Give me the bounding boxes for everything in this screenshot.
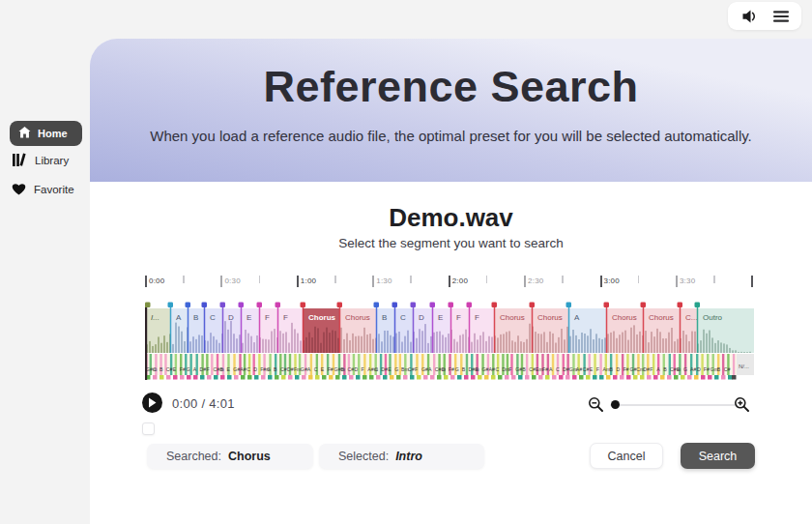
ruler-tick <box>297 276 299 287</box>
waveform-bar <box>726 344 728 353</box>
segment-checkbox[interactable] <box>142 422 155 435</box>
topbar-controls <box>728 2 801 30</box>
waveform-bar <box>735 350 737 353</box>
zoom-in-icon[interactable] <box>734 396 750 413</box>
waveform-bar <box>384 331 386 353</box>
beat-square <box>599 375 604 380</box>
segment-marker[interactable] <box>186 303 191 308</box>
chord-stripe <box>526 354 528 375</box>
beat-square <box>403 375 408 380</box>
segment-marker[interactable] <box>695 303 701 308</box>
zoom-slider-handle[interactable] <box>611 400 620 409</box>
waveform-bar <box>552 334 554 353</box>
segment-marker[interactable] <box>220 303 226 308</box>
waveform-bar <box>192 336 194 353</box>
page-subtitle: When you load a reference audio file, th… <box>90 128 812 144</box>
menu-icon[interactable] <box>772 8 790 25</box>
chord-label: E <box>388 366 392 372</box>
waveform-bar <box>587 335 589 353</box>
sidebar-item-library[interactable]: Library <box>10 152 69 169</box>
beat-square <box>268 375 273 380</box>
segment-marker[interactable] <box>566 303 572 308</box>
searched-value: Chorus <box>228 450 271 463</box>
beat-square <box>518 375 523 380</box>
chord-label: F <box>508 366 511 372</box>
waveform-bar <box>709 331 710 353</box>
segment-marker[interactable] <box>392 303 398 308</box>
waveform-bar <box>392 336 394 353</box>
segment-marker[interactable] <box>604 303 610 308</box>
beat-square <box>349 375 354 380</box>
waveform-bar <box>593 339 594 353</box>
chord-label: C# <box>408 366 415 372</box>
beat-square <box>308 375 313 380</box>
search-button[interactable]: Search <box>681 443 755 469</box>
segment-marker[interactable] <box>492 303 498 308</box>
beat-square <box>471 375 476 380</box>
waveform-bar <box>497 337 499 353</box>
waveform-bar <box>253 342 255 353</box>
segment-marker[interactable] <box>467 303 473 308</box>
waveform-bar <box>520 341 522 353</box>
segment-marker[interactable] <box>301 303 306 308</box>
chord-label: F# <box>623 366 628 372</box>
chord-na-label: N/... <box>739 364 749 369</box>
sidebar-item-favorite[interactable]: Favorite <box>10 181 74 198</box>
selected-value: Intro <box>395 450 422 463</box>
beat-square <box>498 375 503 380</box>
segment-marker[interactable] <box>449 303 454 308</box>
beat-square <box>227 375 232 380</box>
waveform-bar <box>610 333 612 353</box>
segment-marker[interactable] <box>337 303 343 308</box>
segment-marker[interactable] <box>430 303 436 308</box>
segment-marker[interactable] <box>678 303 683 308</box>
waveform-bar <box>387 331 389 353</box>
segment-label: C... <box>685 313 697 322</box>
track-subtitle: Select the segment you want to search <box>90 236 812 250</box>
play-button[interactable] <box>142 393 162 413</box>
beat-square <box>667 375 672 380</box>
segment-marker[interactable] <box>374 303 380 308</box>
segment-marker[interactable] <box>411 303 417 308</box>
sidebar-item-home[interactable]: Home <box>10 121 82 146</box>
segment-marker[interactable] <box>641 303 647 308</box>
beat-square <box>484 375 489 380</box>
beat-square <box>613 375 618 380</box>
volume-icon[interactable] <box>740 8 758 25</box>
waveform-bar <box>398 332 400 353</box>
zoom-out-icon[interactable] <box>588 396 604 413</box>
waveform-bar <box>242 343 244 353</box>
waveform-bar <box>711 337 713 353</box>
segment-marker[interactable] <box>168 303 174 308</box>
segment-marker[interactable] <box>276 303 281 308</box>
waveform-bar <box>645 331 647 353</box>
waveform-bar <box>442 335 444 353</box>
segment-marker[interactable] <box>202 303 208 308</box>
waveform-bar <box>227 330 229 353</box>
waveform-bar <box>500 335 502 353</box>
beat-square <box>261 375 266 380</box>
playhead[interactable] <box>145 307 147 380</box>
segment-marker[interactable] <box>530 303 536 308</box>
waveform-bar <box>720 342 722 353</box>
waveform-bar <box>224 321 226 353</box>
beat-square <box>173 375 178 380</box>
waveform-bar <box>595 334 597 353</box>
segment-marker[interactable] <box>145 303 151 308</box>
ruler-tick <box>372 276 374 287</box>
ruler-tick <box>145 276 147 287</box>
waveform-bar <box>166 342 168 353</box>
waveform-bar <box>622 333 624 353</box>
waveform-bar <box>410 342 412 353</box>
beat-square <box>552 375 557 380</box>
zoom-slider-track[interactable] <box>610 404 738 406</box>
waveform-bar <box>207 341 209 353</box>
waveform-panel[interactable]: I...ABCDEFFChorusChorusBCDEFFChorusChoru… <box>145 301 754 380</box>
beat-square <box>356 375 361 380</box>
cancel-button[interactable]: Cancel <box>590 443 663 469</box>
segment-marker[interactable] <box>257 303 263 308</box>
waveform-bar <box>662 338 664 353</box>
segment-marker[interactable] <box>239 303 245 308</box>
ruler-tick <box>410 276 412 283</box>
waveform-bar <box>419 329 420 353</box>
